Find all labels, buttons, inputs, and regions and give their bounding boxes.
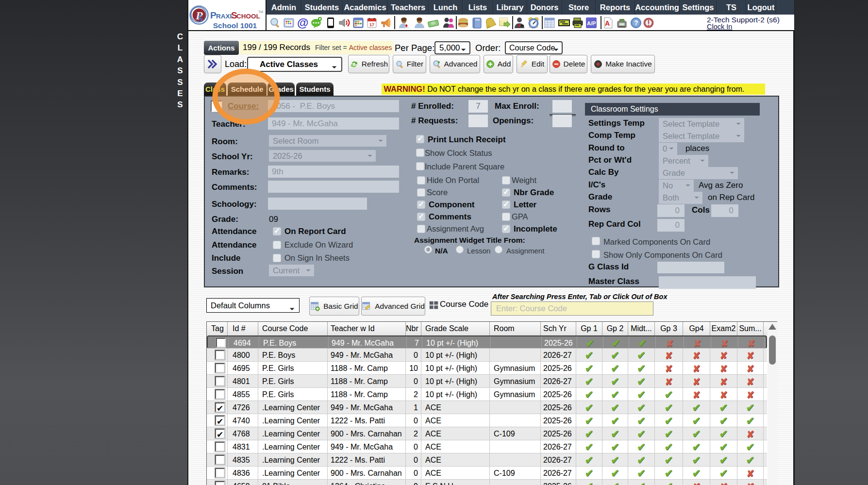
svg-text:A/P: A/P [587,20,596,26]
svg-text:17: 17 [369,22,374,27]
svg-text:TM: TM [258,10,263,14]
svg-text:S: S [198,13,203,24]
svg-text:School 1001: School 1001 [213,21,257,30]
svg-text:CHOOL: CHOOL [236,13,260,20]
svg-text:RAXI: RAXI [216,13,232,20]
svg-text:?: ? [634,19,638,27]
svg-text:A: A [605,19,610,27]
svg-text:@: @ [297,17,308,29]
